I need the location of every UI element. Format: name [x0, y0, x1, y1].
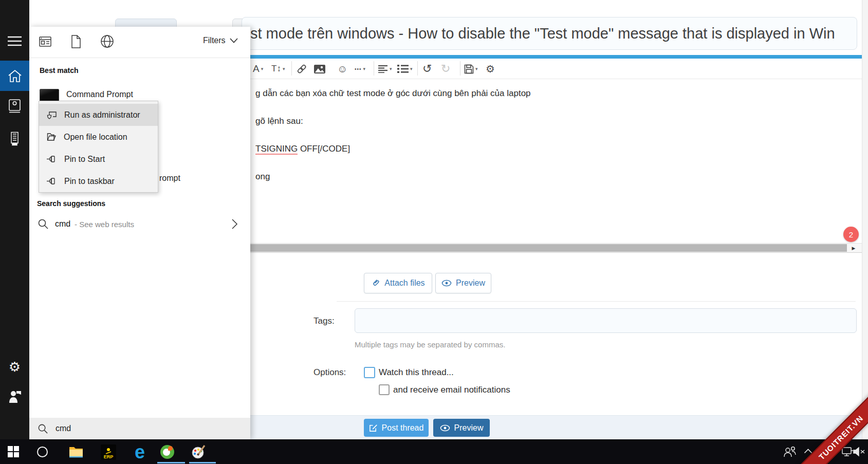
- alert-count-badge[interactable]: 2: [843, 227, 859, 242]
- redo-button[interactable]: ↻: [441, 62, 450, 76]
- preview-button-bottom[interactable]: Preview: [433, 419, 490, 437]
- active-app-indicator: [157, 462, 185, 463]
- scrollbar-right-arrow[interactable]: ▶: [846, 244, 861, 252]
- people-icon: [783, 446, 797, 457]
- people-button[interactable]: [783, 446, 797, 457]
- attach-files-button[interactable]: Attach files: [364, 273, 432, 293]
- open-file-location-icon: [47, 133, 56, 141]
- best-match-title: Command Prompt: [66, 90, 133, 99]
- windows-logo-icon: [8, 446, 19, 457]
- misspelled-word: TSIGNING: [255, 144, 298, 155]
- display-tray-icon[interactable]: [842, 447, 853, 456]
- settings-gear-icon[interactable]: ⚙: [0, 357, 29, 377]
- feedback-icon[interactable]: [0, 385, 29, 407]
- list-button[interactable]: ▾: [397, 62, 413, 76]
- font-size-button[interactable]: T↕▾: [271, 62, 285, 76]
- paint-button[interactable]: [191, 444, 206, 459]
- search-panel-header: Filters: [29, 27, 250, 58]
- search-suggestion-row[interactable]: cmd - See web results: [29, 214, 250, 235]
- align-left-icon: [378, 65, 388, 73]
- thread-title-text: st mode trên windows - How to disable th…: [242, 17, 835, 49]
- filters-button[interactable]: Filters: [203, 36, 238, 45]
- chevron-down-icon: ▾: [261, 66, 264, 71]
- search-panel-rail: ⚙: [0, 0, 29, 439]
- editor-text-line: gõ lệnh sau:: [255, 116, 303, 126]
- context-menu-item-run-as-administrator[interactable]: Run as administrator: [39, 104, 158, 126]
- form-row-divider: [337, 301, 856, 302]
- chevron-down-icon: ▾: [390, 66, 392, 71]
- browser-vertical-scrollbar[interactable]: [862, 0, 868, 439]
- erp-icon: [105, 448, 112, 454]
- editor-accent-bar: [242, 55, 868, 59]
- context-menu-item-pin-to-start[interactable]: Pin to Start: [39, 148, 158, 170]
- arrow-right-icon: ▶: [852, 246, 856, 251]
- search-suggestions-section-label: Search suggestions: [37, 199, 105, 208]
- scrollbar-thumb[interactable]: [242, 244, 847, 252]
- volume-muted-icon[interactable]: [853, 447, 865, 457]
- edge-browser-button[interactable]: e: [135, 444, 145, 460]
- apps-icon[interactable]: [39, 35, 52, 48]
- save-icon: [464, 64, 474, 74]
- context-menu: Run as administrator Open file location …: [39, 101, 158, 193]
- context-menu-item-pin-to-taskbar[interactable]: Pin to taskbar: [39, 170, 158, 192]
- command-prompt-icon: [40, 89, 59, 102]
- thread-title-input[interactable]: st mode trên windows - How to disable th…: [242, 17, 857, 50]
- taskbar: ERP e V: [0, 439, 868, 464]
- search-input-value: cmd: [56, 424, 71, 433]
- suggestion-query: cmd: [55, 219, 70, 229]
- building-icon[interactable]: [0, 128, 29, 149]
- pin-icon: [47, 155, 57, 163]
- tags-label: Tags:: [313, 316, 335, 326]
- paint-palette-icon: [191, 444, 206, 459]
- documents-icon[interactable]: [70, 34, 82, 49]
- alignment-button[interactable]: ▾: [378, 62, 392, 76]
- web-icon[interactable]: [100, 34, 114, 48]
- watch-thread-label[interactable]: Watch this thread...: [379, 367, 454, 378]
- cortana-button[interactable]: [37, 447, 48, 457]
- drafts-button[interactable]: ▾: [464, 62, 478, 76]
- rail-home-button[interactable]: [0, 61, 29, 91]
- paperclip-icon: [371, 279, 380, 288]
- editor-settings-button[interactable]: ⚙: [486, 62, 495, 76]
- start-button[interactable]: [8, 446, 19, 457]
- file-explorer-button[interactable]: [69, 446, 83, 458]
- gear-icon: ⚙: [486, 63, 495, 75]
- home-icon: [8, 69, 22, 83]
- watch-thread-checkbox[interactable]: [364, 367, 375, 378]
- hamburger-menu-icon[interactable]: [0, 32, 29, 50]
- font-color-button[interactable]: A▾: [253, 62, 263, 76]
- email-notifications-checkbox[interactable]: [379, 384, 390, 395]
- context-menu-item-open-file-location[interactable]: Open file location: [39, 126, 158, 148]
- editor-text-line: ong: [255, 172, 270, 182]
- email-notifications-label[interactable]: and receive email notifications: [393, 385, 510, 395]
- run-as-administrator-icon: [47, 110, 57, 119]
- screen: st mode trên windows - How to disable th…: [0, 0, 868, 464]
- chevron-down-icon: [230, 38, 238, 43]
- chevron-down-icon: ▾: [363, 66, 366, 71]
- tags-input[interactable]: [355, 308, 857, 333]
- pin-icon: [47, 177, 57, 185]
- taskbar-search-input[interactable]: cmd: [29, 418, 250, 439]
- link-icon: [296, 64, 307, 74]
- edge-icon: e: [135, 441, 145, 462]
- search-icon: [38, 218, 49, 230]
- insert-link-button[interactable]: [296, 62, 307, 76]
- undo-icon: ↺: [422, 62, 432, 76]
- more-options-button[interactable]: •••▾: [355, 62, 365, 76]
- search-icon: [38, 423, 48, 434]
- notebook-icon[interactable]: [0, 96, 29, 116]
- preview-button-top[interactable]: Preview: [435, 273, 491, 293]
- chevron-down-icon: ▾: [410, 66, 413, 71]
- erp-app-button[interactable]: ERP: [101, 444, 116, 460]
- undo-button[interactable]: ↺: [422, 62, 432, 76]
- search-flyout-panel: Filters Best match Command Prompt rompt …: [29, 27, 250, 439]
- coccoc-browser-button[interactable]: [160, 445, 174, 459]
- chevron-right-icon[interactable]: [231, 218, 238, 230]
- eye-icon: [441, 280, 452, 287]
- image-icon: [313, 64, 326, 74]
- insert-smiley-button[interactable]: ☺: [337, 62, 347, 76]
- post-thread-button[interactable]: Post thread: [364, 419, 429, 437]
- editor-horizontal-scrollbar[interactable]: ▶: [242, 243, 862, 253]
- insert-image-button[interactable]: [313, 62, 326, 76]
- toolbar-separator: [291, 61, 292, 76]
